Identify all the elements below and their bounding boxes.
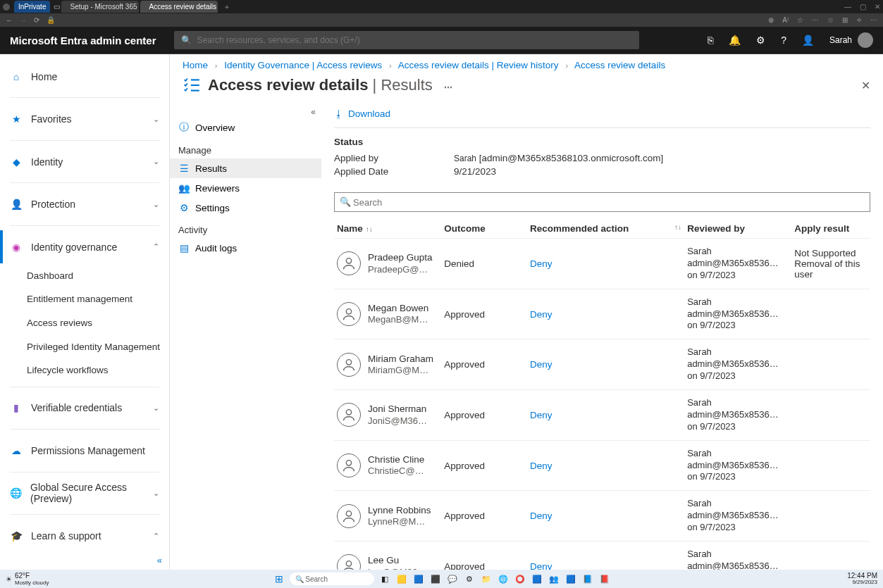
col-name[interactable]: Name↑↓ <box>334 219 441 239</box>
person-icon <box>337 504 361 528</box>
more-icon[interactable]: ⋯ <box>444 82 452 92</box>
nav-identity-governance[interactable]: ◉ Identity governance ⌃ <box>0 230 169 263</box>
collapse-subnav-icon[interactable]: « <box>170 107 321 117</box>
new-tab-button[interactable]: ＋ <box>223 2 230 12</box>
breadcrumb-ard[interactable]: Access review details | Review history <box>398 60 559 70</box>
browser-tab-2[interactable]: Access review details - Microsof✕ <box>140 1 218 13</box>
back-icon[interactable]: ← <box>6 16 13 24</box>
deny-link[interactable]: Deny <box>530 410 552 420</box>
app-icon[interactable]: 📕 <box>598 573 611 585</box>
deny-link[interactable]: Deny <box>530 461 552 471</box>
taskbar-clock[interactable]: 12:44 PM 9/29/2023 <box>847 573 877 585</box>
temp-label: 62°F <box>15 572 49 580</box>
breadcrumb-last[interactable]: Access review details <box>574 60 665 70</box>
app-icon[interactable]: ⚙ <box>463 573 476 585</box>
breadcrumb-home[interactable]: Home <box>183 60 208 70</box>
deny-link[interactable]: Deny <box>530 511 552 521</box>
nav-learn-support[interactable]: 🎓 Learn & support ⌃ <box>0 519 169 553</box>
help-icon[interactable]: ? <box>781 35 786 46</box>
edge-icon[interactable]: 🌐 <box>497 573 510 585</box>
table-row[interactable]: Joni ShermanJoniS@M365x...ApprovedDenySa… <box>334 390 870 441</box>
favorite-icon[interactable]: ☆ <box>797 16 803 24</box>
addr-icon2[interactable]: ☆ <box>827 16 834 24</box>
col-outcome[interactable]: Outcome <box>441 219 527 239</box>
results-search[interactable]: 🔍 <box>334 192 870 212</box>
table-row[interactable]: Christie ClineChristieC@M3...ApprovedDen… <box>334 440 870 491</box>
table-row[interactable]: Pradeep GuptaPradeepG@M3...DeniedDenySar… <box>334 239 870 289</box>
chevron-down-icon: ⌄ <box>153 489 159 498</box>
col-recommended[interactable]: Recommended action↑↓ <box>527 219 684 239</box>
start-icon[interactable]: ⊞ <box>273 573 285 585</box>
collections-icon[interactable]: ⊞ <box>842 16 848 24</box>
deny-link[interactable]: Deny <box>530 359 552 370</box>
deny-link[interactable]: Deny <box>530 258 552 269</box>
nav-identity[interactable]: ◆ Identity ⌄ <box>0 145 169 178</box>
subnav-audit-logs[interactable]: ▤ Audit logs <box>170 238 321 258</box>
nav-home[interactable]: ⌂ Home <box>0 60 169 93</box>
addr-icon[interactable]: ⋯ <box>812 16 819 24</box>
table-row[interactable]: Lynne RobbinsLynneR@M365...ApprovedDenyS… <box>334 491 870 542</box>
settings-icon[interactable]: ⚙ <box>756 35 765 46</box>
app-icon[interactable]: 🟦 <box>531 573 543 585</box>
taskbar-search[interactable]: 🔍 Search <box>290 573 374 585</box>
table-row[interactable]: Miriam GrahamMiriamG@M36...ApprovedDenyS… <box>334 339 870 390</box>
nav-favorites-label: Favorites <box>31 113 72 125</box>
maximize-icon[interactable]: ▢ <box>860 3 866 11</box>
taskbar-weather[interactable]: ☀ 62°F Mostly cloudy <box>6 572 49 586</box>
browser-tab-1[interactable]: Setup - Microsoft 365 admin cen✕ <box>61 1 139 13</box>
app-icon[interactable]: ⬛ <box>429 573 442 585</box>
tabview-icon[interactable]: ▭ <box>51 3 61 11</box>
minimize-icon[interactable]: — <box>844 3 851 11</box>
global-search-input[interactable] <box>197 35 632 45</box>
menu-icon[interactable]: ⋯ <box>870 16 877 24</box>
app-icon[interactable]: 🟦 <box>564 573 577 585</box>
deny-link[interactable]: Deny <box>530 309 552 320</box>
app-icon[interactable]: 🟨 <box>395 573 408 585</box>
nav-access-reviews[interactable]: Access reviews <box>0 311 169 335</box>
extensions-icon[interactable]: ✧ <box>856 16 862 24</box>
app-icon[interactable]: 🟦 <box>412 573 425 585</box>
breadcrumb-idg[interactable]: Identity Governance | Access reviews <box>224 60 382 70</box>
table-row[interactable]: Megan BowenMeganB@M36...ApprovedDenySara… <box>334 289 870 339</box>
results-search-input[interactable] <box>334 192 870 212</box>
row-email: PradeepG@M3... <box>368 264 430 275</box>
app-icon[interactable]: 💬 <box>446 573 459 585</box>
nav-lifecycle[interactable]: Lifecycle workflows <box>0 358 169 382</box>
brand-label[interactable]: Microsoft Entra admin center <box>10 35 156 46</box>
refresh-icon[interactable]: ⟳ <box>34 16 39 24</box>
nav-verifiable-credentials[interactable]: ▮ Verifiable credentials ⌄ <box>0 392 169 425</box>
nav-favorites[interactable]: ★ Favorites ⌄ <box>0 102 169 135</box>
subnav-settings[interactable]: ⚙ Settings <box>170 198 321 218</box>
deny-link[interactable]: Deny <box>530 561 552 570</box>
nav-pim[interactable]: Privileged Identity Management <box>0 334 169 358</box>
weather-cond-label: Mostly cloudy <box>15 580 49 586</box>
nav-global-secure-access[interactable]: 🌐 Global Secure Access (Preview) ⌄ <box>0 477 169 510</box>
close-panel-icon[interactable]: ✕ <box>861 79 870 92</box>
taskview-icon[interactable]: ◧ <box>378 573 391 585</box>
download-button[interactable]: ⭳Download <box>334 108 390 119</box>
zoom-icon[interactable]: ⊕ <box>768 16 774 24</box>
nav-permissions-management[interactable]: ☁ Permissions Management <box>0 434 169 467</box>
notifications-icon[interactable]: 🔔 <box>729 35 741 46</box>
subnav-reviewers[interactable]: 👥 Reviewers <box>170 178 321 198</box>
collapse-nav-icon[interactable]: « <box>157 555 162 565</box>
user-menu[interactable]: Sarah <box>829 32 873 48</box>
row-name: Lee Gu <box>368 555 430 566</box>
read-aloud-icon[interactable]: A⁾ <box>782 16 789 24</box>
nav-protection[interactable]: 👤 Protection ⌄ <box>0 187 169 220</box>
feedback-icon[interactable]: 👤 <box>802 35 814 46</box>
col-apply[interactable]: Apply result <box>791 219 870 239</box>
nav-dashboard[interactable]: Dashboard <box>0 263 169 287</box>
col-reviewed[interactable]: Reviewed by <box>684 219 791 239</box>
app-icon[interactable]: 📁 <box>480 573 493 585</box>
subnav-results[interactable]: ☰ Results <box>170 158 321 178</box>
global-search[interactable]: 🔍 <box>174 31 639 49</box>
chrome-icon[interactable]: ⭕ <box>514 573 526 585</box>
teams-icon[interactable]: 👥 <box>548 573 560 585</box>
nav-entitlement[interactable]: Entitlement management <box>0 287 169 311</box>
subnav-overview[interactable]: ⓘ Overview <box>170 117 321 138</box>
word-icon[interactable]: 📘 <box>581 573 594 585</box>
table-row[interactable]: Lee GuLeeG@M365x8...ApprovedDenySarahadm… <box>334 542 870 570</box>
cloudshell-icon[interactable]: ⎘ <box>708 35 713 46</box>
window-close-icon[interactable]: ✕ <box>875 3 880 11</box>
